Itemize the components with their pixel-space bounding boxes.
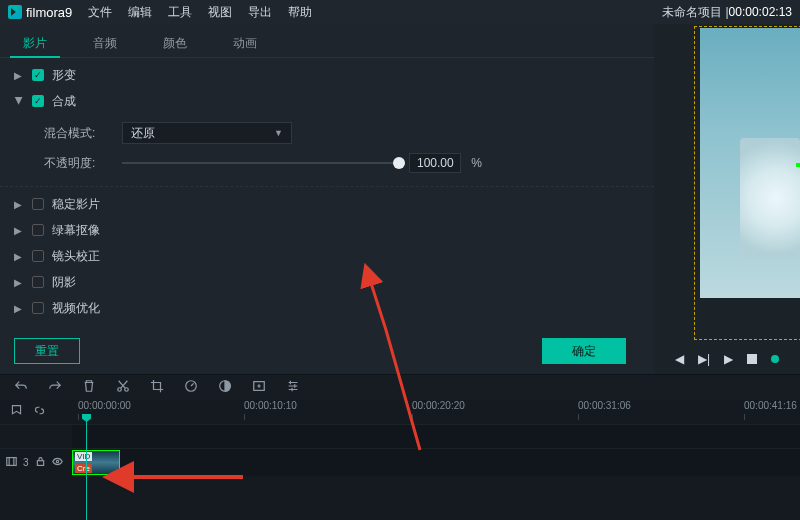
- undo-icon[interactable]: [14, 379, 28, 396]
- property-tabs: 影片 音频 颜色 动画: [0, 28, 654, 58]
- clip-label-top: VID: [75, 452, 92, 461]
- blend-mode-label: 混合模式:: [44, 125, 108, 142]
- checkbox-lens[interactable]: [32, 250, 44, 262]
- adjust-icon[interactable]: [286, 379, 300, 396]
- redo-icon[interactable]: [48, 379, 62, 396]
- video-clip[interactable]: VID Cre: [72, 450, 120, 475]
- timeline-toolbar: [0, 374, 800, 400]
- logo-icon: [8, 5, 22, 19]
- marker-icon[interactable]: [10, 404, 23, 420]
- section-shadow[interactable]: ▶ 阴影: [0, 269, 654, 295]
- svg-point-0: [118, 388, 122, 392]
- track-header: 3: [0, 449, 72, 476]
- color-icon[interactable]: [218, 379, 232, 396]
- blend-mode-value: 还原: [131, 125, 155, 142]
- section-stabilize[interactable]: ▶ 稳定影片: [0, 191, 654, 217]
- export-icon[interactable]: [252, 379, 266, 396]
- menu-edit[interactable]: 编辑: [128, 4, 152, 21]
- chevron-right-icon: ▶: [14, 70, 24, 81]
- svg-rect-5: [7, 458, 16, 466]
- svg-point-7: [56, 460, 58, 462]
- crop-icon[interactable]: [150, 379, 164, 396]
- link-icon[interactable]: [33, 404, 46, 420]
- eye-icon[interactable]: [52, 456, 63, 469]
- speed-icon[interactable]: [184, 379, 198, 396]
- chevron-right-icon: ▶: [14, 225, 24, 236]
- menu-tools[interactable]: 工具: [168, 4, 192, 21]
- app-name: filmora9: [26, 5, 72, 20]
- ruler-tick: 00:00:10:10: [244, 400, 297, 411]
- chevron-down-icon: ▼: [274, 128, 283, 138]
- ok-button[interactable]: 确定: [542, 338, 626, 364]
- transport-controls: ◀ ▶| ▶: [654, 352, 800, 366]
- stop-button[interactable]: [747, 354, 757, 364]
- track-lane[interactable]: VID Cre: [72, 449, 800, 476]
- blend-mode-dropdown[interactable]: 还原 ▼: [122, 122, 292, 144]
- section-greenscreen-label: 绿幕抠像: [52, 222, 100, 239]
- menu-file[interactable]: 文件: [88, 4, 112, 21]
- lock-icon[interactable]: [35, 456, 46, 469]
- preview-panel: ◀ ▶| ▶: [654, 24, 800, 374]
- section-stabilize-label: 稳定影片: [52, 196, 100, 213]
- checkbox-stabilize[interactable]: [32, 198, 44, 210]
- opacity-unit: %: [471, 156, 482, 170]
- prev-frame-button[interactable]: ◀: [675, 352, 684, 366]
- section-shadow-label: 阴影: [52, 274, 76, 291]
- track-index: 3: [23, 457, 29, 468]
- ruler-tick: 00:00:20:20: [412, 400, 465, 411]
- section-lens-label: 镜头校正: [52, 248, 100, 265]
- menubar: filmora9 文件 编辑 工具 视图 导出 帮助 未命名项目 |00:00:…: [0, 0, 800, 24]
- chevron-right-icon: ▶: [14, 303, 24, 314]
- svg-rect-6: [37, 461, 43, 466]
- section-lens[interactable]: ▶ 镜头校正: [0, 243, 654, 269]
- record-indicator[interactable]: [771, 355, 779, 363]
- section-composite-label: 合成: [52, 93, 76, 110]
- ruler-tick: 00:00:41:16: [744, 400, 797, 411]
- chevron-right-icon: ▶: [14, 277, 24, 288]
- chevron-right-icon: ▶: [14, 199, 24, 210]
- section-optimize[interactable]: ▶ 视频优化: [0, 295, 654, 321]
- menu-view[interactable]: 视图: [208, 4, 232, 21]
- menu-export[interactable]: 导出: [248, 4, 272, 21]
- checkbox-shadow[interactable]: [32, 276, 44, 288]
- section-transform-label: 形变: [52, 67, 76, 84]
- app-logo: filmora9: [8, 5, 72, 20]
- reset-button[interactable]: 重置: [14, 338, 80, 364]
- tab-audio[interactable]: 音频: [70, 28, 140, 57]
- play-button[interactable]: ▶: [724, 352, 733, 366]
- film-icon: [6, 456, 17, 469]
- ruler-tick: 00:00:31:06: [578, 400, 631, 411]
- timeline: 00:00:00:00 00:00:10:10 00:00:20:20 00:0…: [0, 400, 800, 520]
- section-transform[interactable]: ▶ ✓ 形变: [0, 62, 654, 88]
- opacity-slider[interactable]: [122, 162, 399, 164]
- delete-icon[interactable]: [82, 379, 96, 396]
- cut-icon[interactable]: [116, 379, 130, 396]
- section-composite[interactable]: ▶ ✓ 合成: [0, 88, 654, 114]
- section-optimize-label: 视频优化: [52, 300, 100, 317]
- tab-motion[interactable]: 动画: [210, 28, 280, 57]
- chevron-down-icon: ▶: [14, 96, 25, 106]
- checkbox-composite[interactable]: ✓: [32, 95, 44, 107]
- opacity-label: 不透明度:: [44, 155, 108, 172]
- menu-help[interactable]: 帮助: [288, 4, 312, 21]
- project-title: 未命名项目 |00:00:02:13: [662, 4, 792, 21]
- checkbox-optimize[interactable]: [32, 302, 44, 314]
- checkbox-greenscreen[interactable]: [32, 224, 44, 236]
- properties-panel: 影片 音频 颜色 动画 ▶ ✓ 形变 ▶ ✓ 合成 混合模式: 还原: [0, 24, 654, 374]
- video-track: 3 VID Cre: [0, 448, 800, 476]
- checkbox-transform[interactable]: ✓: [32, 69, 44, 81]
- preview-viewport[interactable]: [700, 28, 800, 298]
- step-back-button[interactable]: ▶|: [698, 352, 710, 366]
- clip-label-bottom: Cre: [75, 464, 92, 473]
- tab-color[interactable]: 颜色: [140, 28, 210, 57]
- timeline-ruler[interactable]: 00:00:00:00 00:00:10:10 00:00:20:20 00:0…: [72, 400, 800, 424]
- preview-handle[interactable]: [796, 163, 800, 167]
- ruler-tick: 00:00:00:00: [78, 400, 131, 411]
- svg-point-1: [125, 388, 129, 392]
- section-greenscreen[interactable]: ▶ 绿幕抠像: [0, 217, 654, 243]
- chevron-right-icon: ▶: [14, 251, 24, 262]
- tab-video[interactable]: 影片: [0, 28, 70, 57]
- opacity-value-field[interactable]: 100.00: [409, 153, 461, 173]
- opacity-slider-thumb[interactable]: [393, 157, 405, 169]
- composite-subpanel: 混合模式: 还原 ▼ 不透明度: 100.00 %: [0, 114, 654, 187]
